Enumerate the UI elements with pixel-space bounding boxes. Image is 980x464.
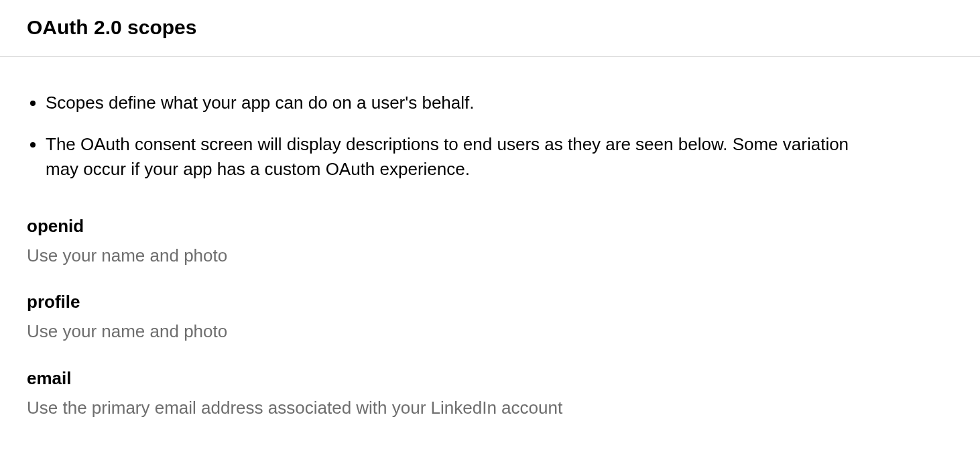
scope-item-profile: profile Use your name and photo <box>27 292 953 343</box>
description-bullet: The OAuth consent screen will display de… <box>46 132 850 182</box>
scope-name: email <box>27 368 953 389</box>
scope-description: Use your name and photo <box>27 319 953 343</box>
scope-item-openid: openid Use your name and photo <box>27 216 953 268</box>
scope-description: Use your name and photo <box>27 243 953 268</box>
scope-description: Use the primary email address associated… <box>27 396 953 420</box>
scope-item-email: email Use the primary email address asso… <box>27 368 953 420</box>
scope-name: profile <box>27 292 953 312</box>
description-list: Scopes define what your app can do on a … <box>27 91 953 182</box>
description-bullet: Scopes define what your app can do on a … <box>46 91 850 116</box>
scope-name: openid <box>27 216 953 237</box>
oauth-scopes-section: OAuth 2.0 scopes Scopes define what your… <box>0 0 980 464</box>
section-title: OAuth 2.0 scopes <box>27 16 953 39</box>
section-divider <box>0 56 980 57</box>
